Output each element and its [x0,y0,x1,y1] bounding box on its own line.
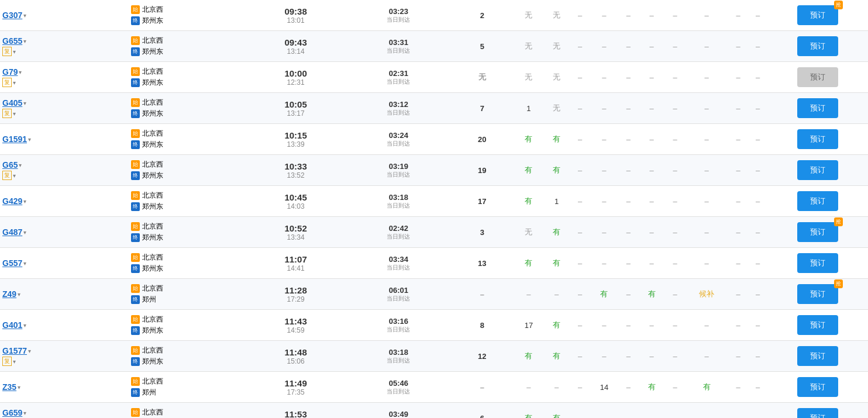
expand-arrow-2[interactable]: ▾ [13,358,16,365]
stops-value[interactable]: 6 [480,414,484,418]
train-id[interactable]: G1577 [2,346,27,355]
from-station: 北京西 [142,407,163,417]
second-class-value[interactable]: 有 [525,134,532,143]
book-button[interactable]: 预订 [797,284,838,304]
book-button[interactable]: 预订 [797,222,838,242]
stops-value[interactable]: 19 [478,166,486,175]
book-button[interactable]: 预订 [797,5,838,25]
hard-sleeper-value[interactable]: 有 [648,289,656,298]
train-id[interactable]: G307 [2,11,22,20]
book-button[interactable]: 预订 [797,346,838,366]
expand-arrow[interactable]: ▾ [28,136,31,143]
stops-value[interactable]: 5 [480,42,484,51]
expand-arrow[interactable]: ▾ [23,100,26,106]
expand-arrow[interactable]: ▾ [23,198,26,205]
second-class-value[interactable]: 有 [525,258,532,267]
book-button[interactable]: 预订 [797,160,838,180]
train-id[interactable]: G405 [2,98,22,108]
stops-value[interactable]: 2 [480,11,484,20]
hard-sleeper-value[interactable]: 有 [648,382,656,391]
expand-arrow[interactable]: ▾ [18,291,20,298]
train-id[interactable]: Z49 [2,289,16,299]
train-id[interactable]: G659 [2,408,22,417]
end-icon: 终 [131,388,140,397]
from-station: 北京西 [142,160,163,170]
expand-arrow[interactable]: ▾ [23,260,26,267]
second-class-value[interactable]: 有 [525,351,532,360]
stops-value[interactable]: 3 [480,228,484,237]
book-button[interactable]: 预订 [797,408,838,418]
stops-value[interactable]: 13 [478,259,486,268]
second-class-cell: 有 [514,403,543,419]
train-id[interactable]: G79 [2,67,18,77]
second-class-value[interactable]: 1 [526,104,531,113]
first-class-value[interactable]: 有 [553,134,560,143]
train-id[interactable]: G557 [2,258,22,268]
expand-arrow[interactable]: ▾ [19,162,22,168]
arr-time: 12:31 [247,78,345,87]
expand-arrow[interactable]: ▾ [23,12,26,19]
soft-seat-value: – [626,197,631,206]
expand-arrow[interactable]: ▾ [28,348,31,354]
hard-sleeper-value: – [650,104,654,113]
train-id[interactable]: G65 [2,160,18,170]
train-id[interactable]: G1591 [2,134,27,144]
first-class-cell: 有 [543,124,570,155]
expand-arrow[interactable]: ▾ [23,38,26,44]
expand-arrow[interactable]: ▾ [18,384,20,391]
hard-seat-value[interactable]: 14 [600,383,608,392]
expand-arrow-2[interactable]: ▾ [13,110,16,117]
expand-arrow-2[interactable]: ▾ [13,80,16,86]
expand-arrow[interactable]: ▾ [23,229,26,236]
stops-value[interactable]: 12 [478,352,486,361]
business-cell: – [570,403,590,419]
expand-arrow-2[interactable]: ▾ [13,172,16,179]
other-cell: – [748,186,767,217]
book-button[interactable]: 预订 [797,253,838,273]
train-id[interactable]: G655 [2,36,22,46]
book-button[interactable]: 预订 [797,129,838,149]
first-class-value[interactable]: 有 [553,413,560,418]
duration-value: 03:19 [349,162,447,171]
stops-value[interactable]: 17 [478,197,486,206]
first-class-value[interactable]: 有 [553,165,560,174]
from-station: 北京西 [142,36,163,46]
business-cell: – [570,62,590,93]
stops-value[interactable]: 8 [480,321,484,330]
train-id[interactable]: G487 [2,227,22,237]
book-button[interactable]: 预订 [797,377,838,397]
table-row: G659 ▾ 复 ▾ 始 北京西 终 郑州东 11:53 15:42 03:49… [0,403,868,419]
expand-arrow[interactable]: ▾ [23,410,26,416]
first-class-value[interactable]: 有 [553,351,560,360]
first-class-value[interactable]: 有 [553,258,560,267]
from-station: 北京西 [142,346,163,355]
first-class-value[interactable]: 有 [553,227,560,236]
book-button[interactable]: 预订 [797,36,838,56]
first-class-value[interactable]: 1 [554,197,559,206]
to-station: 郑州东 [142,264,163,274]
expand-arrow[interactable]: ▾ [19,69,22,75]
stops-value[interactable]: 7 [480,104,484,113]
book-button[interactable]: 预订 [797,191,838,211]
second-class-value[interactable]: 17 [525,321,533,330]
senior-sleeper-value[interactable]: 有 [703,382,711,391]
first-class-value[interactable]: 有 [553,320,560,329]
high-soft-sleeper-cell: – [728,310,748,341]
hard-seat-value[interactable]: 有 [600,289,608,298]
second-class-value[interactable]: 有 [525,413,532,418]
senior-sleeper-value: – [705,166,709,175]
table-row: G307 ▾ 始 北京西 终 郑州东 09:38 13:01 03:23 当日到… [0,0,868,31]
expand-arrow-2[interactable]: ▾ [13,49,16,55]
train-id[interactable]: Z35 [2,382,16,392]
book-button[interactable]: 预订 [797,315,838,335]
train-id[interactable]: G429 [2,196,22,206]
train-id[interactable]: G401 [2,320,22,330]
first-class-cell: 无 [543,62,570,93]
expand-arrow[interactable]: ▾ [23,322,26,329]
second-class-value[interactable]: 有 [525,165,532,174]
book-button[interactable]: 预订 [797,98,838,118]
stops-value[interactable]: 20 [478,135,486,144]
second-class-value[interactable]: 有 [525,196,532,205]
hard-sleeper-value: – [650,414,654,419]
start-icon: 始 [131,315,140,324]
